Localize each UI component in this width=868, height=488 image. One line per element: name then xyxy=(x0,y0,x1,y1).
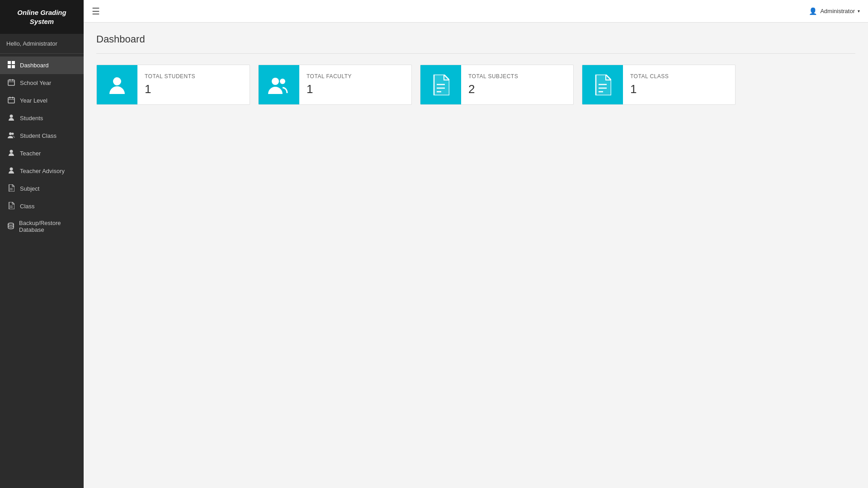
sidebar-item-subject[interactable]: Subject xyxy=(0,180,84,197)
doc-icon xyxy=(7,202,15,211)
svg-rect-8 xyxy=(8,98,14,103)
total-faculty-label: TOTAL FACULTY xyxy=(307,73,352,80)
dashboard-icon xyxy=(7,61,15,70)
svg-point-23 xyxy=(272,78,279,85)
caret-icon: ▾ xyxy=(858,9,860,14)
stat-card-total-students: TOTAL STUDENTS 1 xyxy=(96,65,250,105)
stat-card-total-faculty: TOTAL FACULTY 1 xyxy=(258,65,412,105)
person-icon xyxy=(7,149,15,158)
sidebar: Online Grading System Hello, Administrat… xyxy=(0,0,84,488)
sidebar-user-greeting: Hello, Administrator xyxy=(0,34,84,54)
svg-point-13 xyxy=(9,132,12,135)
sidebar-item-teacher[interactable]: Teacher xyxy=(0,145,84,162)
sidebar-label-class: Class xyxy=(20,203,35,210)
svg-point-16 xyxy=(10,168,13,171)
sidebar-label-subject: Subject xyxy=(20,185,39,192)
sidebar-item-year-level[interactable]: Year Level xyxy=(0,92,84,109)
total-students-label: TOTAL STUDENTS xyxy=(145,73,195,80)
total-subjects-label: TOTAL SUBJECTS xyxy=(468,73,518,80)
sidebar-item-teacher-advisory[interactable]: Teacher Advisory xyxy=(0,162,84,180)
svg-point-24 xyxy=(280,79,285,84)
sidebar-item-student-class[interactable]: Student Class xyxy=(0,127,84,145)
total-class-label: TOTAL CLASS xyxy=(630,73,669,80)
svg-rect-3 xyxy=(12,65,15,68)
svg-point-21 xyxy=(8,223,14,225)
person-icon xyxy=(7,114,15,122)
sidebar-link-dashboard[interactable]: Dashboard xyxy=(0,56,84,74)
total-class-icon xyxy=(582,65,623,104)
sidebar-link-student-class[interactable]: Student Class xyxy=(0,127,84,145)
sidebar-item-dashboard[interactable]: Dashboard xyxy=(0,56,84,74)
topbar: ☰ 👤 Administrator ▾ xyxy=(84,0,868,23)
content-divider xyxy=(96,53,855,54)
calendar-icon xyxy=(7,79,15,87)
total-students-value: 1 xyxy=(145,82,195,96)
svg-point-15 xyxy=(10,150,13,153)
stat-card-total-class: TOTAL CLASS 1 xyxy=(582,65,736,105)
stats-row: TOTAL STUDENTS 1 TOTAL FACULTY 1 xyxy=(96,65,855,105)
sidebar-label-backup-restore: Backup/Restore Database xyxy=(19,220,76,233)
stat-card-total-subjects: TOTAL SUBJECTS 2 xyxy=(420,65,574,105)
brand-title: Online Grading System xyxy=(0,0,84,34)
sidebar-link-teacher[interactable]: Teacher xyxy=(0,145,84,162)
sidebar-label-school-year: School Year xyxy=(20,80,51,86)
total-subjects-icon xyxy=(420,65,461,104)
user-icon: 👤 xyxy=(809,7,817,15)
total-faculty-body: TOTAL FACULTY 1 xyxy=(299,65,359,104)
sidebar-item-class[interactable]: Class xyxy=(0,197,84,215)
sidebar-link-school-year[interactable]: School Year xyxy=(0,74,84,92)
svg-rect-1 xyxy=(12,61,15,64)
sidebar-item-school-year[interactable]: School Year xyxy=(0,74,84,92)
total-faculty-value: 1 xyxy=(307,82,352,96)
menu-toggle-button[interactable]: ☰ xyxy=(92,6,100,17)
total-faculty-icon xyxy=(259,65,299,104)
svg-point-22 xyxy=(113,77,121,85)
sidebar-label-teacher: Teacher xyxy=(20,150,41,157)
total-class-body: TOTAL CLASS 1 xyxy=(623,65,676,104)
main-area: ☰ 👤 Administrator ▾ Dashboard TOTAL STUD… xyxy=(84,0,868,488)
sidebar-label-year-level: Year Level xyxy=(20,97,47,104)
sidebar-link-students[interactable]: Students xyxy=(0,109,84,127)
sidebar-link-teacher-advisory[interactable]: Teacher Advisory xyxy=(0,162,84,180)
topbar-admin-label: Administrator xyxy=(820,8,855,14)
total-subjects-body: TOTAL SUBJECTS 2 xyxy=(461,65,525,104)
total-students-body: TOTAL STUDENTS 1 xyxy=(137,65,203,104)
svg-rect-4 xyxy=(8,80,14,85)
sidebar-nav: Dashboard School Year Year Level Student… xyxy=(0,54,84,488)
db-icon xyxy=(7,222,14,231)
sidebar-item-students[interactable]: Students xyxy=(0,109,84,127)
person-icon xyxy=(7,167,15,175)
sidebar-label-student-class: Student Class xyxy=(20,132,57,139)
total-class-value: 1 xyxy=(630,82,669,96)
sidebar-label-dashboard: Dashboard xyxy=(20,62,49,69)
content-area: Dashboard TOTAL STUDENTS 1 TOTAL FACULTY xyxy=(84,23,868,488)
sidebar-link-subject[interactable]: Subject xyxy=(0,180,84,197)
sidebar-label-students: Students xyxy=(20,115,43,122)
sidebar-link-class[interactable]: Class xyxy=(0,197,84,215)
calendar-icon xyxy=(7,96,15,105)
svg-point-14 xyxy=(12,133,14,135)
doc-icon xyxy=(7,184,15,193)
sidebar-label-teacher-advisory: Teacher Advisory xyxy=(20,168,65,174)
sidebar-link-backup-restore[interactable]: Backup/Restore Database xyxy=(0,215,84,238)
page-title: Dashboard xyxy=(96,33,855,45)
svg-rect-2 xyxy=(8,65,11,68)
total-students-icon xyxy=(97,65,137,104)
user-menu[interactable]: 👤 Administrator ▾ xyxy=(809,7,860,15)
people-icon xyxy=(7,131,15,140)
svg-rect-0 xyxy=(8,61,11,64)
sidebar-link-year-level[interactable]: Year Level xyxy=(0,92,84,109)
svg-point-12 xyxy=(10,115,13,118)
sidebar-item-backup-restore[interactable]: Backup/Restore Database xyxy=(0,215,84,238)
total-subjects-value: 2 xyxy=(468,82,518,96)
